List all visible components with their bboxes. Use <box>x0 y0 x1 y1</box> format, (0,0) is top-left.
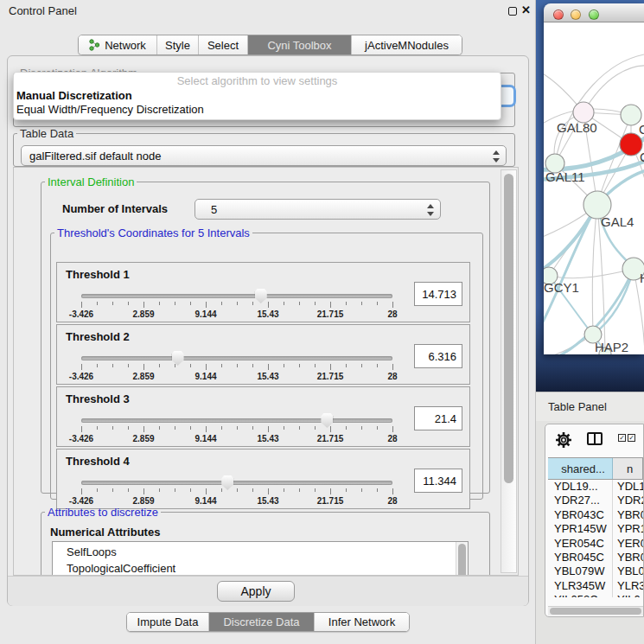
threshold-4-box: Threshold 4-3.4262.8599.14415.4321.71528 <box>56 449 470 509</box>
table-cell: YBL0 <box>613 564 643 578</box>
apply-button[interactable]: Apply <box>217 581 295 602</box>
control-panel-titlebar: Control Panel ✕ <box>0 0 535 21</box>
tab-select[interactable]: Select <box>198 35 247 54</box>
threshold-slider[interactable]: -3.4262.8599.14415.4321.71528 <box>81 411 392 444</box>
number-of-intervals-combobox[interactable]: 5 <box>194 199 441 220</box>
attributes-to-discretize-group: Attributes to discretize Numerical Attri… <box>41 506 490 576</box>
table-panel-title: Table Panel <box>548 400 607 413</box>
slider-track[interactable] <box>81 418 392 423</box>
tab-network[interactable]: Network <box>79 35 156 54</box>
network-node-label: G <box>639 122 644 137</box>
table-row[interactable]: YPR145WYPR1 <box>548 522 643 536</box>
table-row[interactable]: YIL052CYIL0 <box>548 593 643 597</box>
table-row[interactable]: YBR045CYBR0 <box>548 551 643 564</box>
threshold-value-field[interactable] <box>414 469 462 493</box>
thresholds-coordinates-group-label: Threshold's Coordinates for 5 Intervals <box>54 226 252 239</box>
table-cell: YBR043C <box>548 508 613 522</box>
threshold-value-field[interactable] <box>414 344 462 368</box>
threshold-1-box: Threshold 1-3.4262.8599.14415.4321.71528 <box>56 262 470 322</box>
network-node-label: H <box>640 271 644 285</box>
table-horizontal-scrollbar[interactable] <box>548 606 643 615</box>
table-panel-window: ✓ ✓ shared...nYDL19...YDL1YDR27...YDR2YB… <box>545 424 644 617</box>
bottom-tab-bar: Impute DataDiscretize DataInfer Network <box>126 612 410 632</box>
threshold-value-field[interactable] <box>414 282 462 306</box>
threshold-value-field[interactable] <box>414 406 462 430</box>
checkbox-icons[interactable]: ✓ ✓ <box>618 434 635 442</box>
table-data-group-label: Table Data <box>17 127 76 140</box>
network-view-window: GAL80GCGAL11GAL4GCY1HHAP2 <box>544 3 644 354</box>
threshold-slider[interactable]: -3.4262.8599.14415.4321.71528 <box>81 349 392 382</box>
screenshot-root: Control Panel ✕ NetworkStyleSelectCyni T… <box>0 0 644 644</box>
thresholds-coordinates-group: Threshold's Coordinates for 5 Intervals … <box>50 226 483 500</box>
mac-zoom-button[interactable] <box>589 10 599 20</box>
table-row[interactable]: YLR345WYLR3 <box>548 579 643 593</box>
tab-style[interactable]: Style <box>156 35 198 54</box>
tab-label: Cyni Toolbox <box>267 39 331 52</box>
table-cell: YPR145W <box>548 522 613 536</box>
slider-track[interactable] <box>81 294 392 298</box>
table-column-header[interactable]: shared... <box>548 458 613 479</box>
attributes-list-scrollbar[interactable] <box>456 542 468 576</box>
gear-icon[interactable] <box>554 430 573 450</box>
attribute-list-item[interactable]: TopologicalCoefficient <box>67 560 468 576</box>
interval-definition-group-label: Interval Definition <box>45 175 137 188</box>
combobox-stepper-icon <box>493 150 500 163</box>
table-cell: YBL079W <box>548 564 613 578</box>
checkbox-icon: ✓ <box>618 434 626 442</box>
network-node-label: GAL11 <box>545 169 585 184</box>
table-cell: YBR0 <box>613 508 643 522</box>
interval-definition-group: Interval Definition Number of Intervals … <box>41 175 490 494</box>
table-row[interactable]: YBL079WYBL0 <box>548 564 643 578</box>
attribute-list-item[interactable]: SelfLoops <box>67 544 468 560</box>
threshold-label: Threshold 4 <box>66 455 130 468</box>
tab-infer-network[interactable]: Infer Network <box>314 613 409 631</box>
tab-cyni-toolbox[interactable]: Cyni Toolbox <box>247 35 351 54</box>
numerical-attributes-list: SelfLoopsTopologicalCoefficientBetweenne… <box>52 541 469 576</box>
network-desktop: GAL80GCGAL11GAL4GCY1HHAP2 <box>536 0 644 392</box>
slider-track[interactable] <box>81 356 392 360</box>
tab-label: Discretize Data <box>223 615 299 628</box>
slider-track[interactable] <box>81 481 392 485</box>
mac-minimize-button[interactable] <box>571 10 581 20</box>
tab-label: Select <box>207 39 239 52</box>
table-row[interactable]: YDR27...YDR2 <box>548 494 643 507</box>
tab-jactivemnodules[interactable]: jActiveMNodules <box>351 35 462 54</box>
split-columns-icon[interactable] <box>587 432 603 445</box>
settings-scrollpane: Interval Definition Number of Intervals … <box>13 167 519 576</box>
table-row[interactable]: YBR043CYBR0 <box>548 508 643 522</box>
slider-tick-labels: -3.4262.8599.14415.4321.71528 <box>81 434 392 444</box>
table-row[interactable]: YDL19...YDL1 <box>548 480 643 494</box>
table-data-combobox[interactable]: galFiltered.sif default node <box>21 145 507 166</box>
table-column-header[interactable]: n <box>613 458 643 479</box>
table-cell: YDR2 <box>613 494 643 507</box>
tab-label: Impute Data <box>137 615 199 628</box>
threshold-slider[interactable]: -3.4262.8599.14415.4321.71528 <box>81 287 392 320</box>
threshold-label: Threshold 3 <box>66 392 130 405</box>
tab-impute-data[interactable]: Impute Data <box>127 613 208 631</box>
table-row[interactable]: YER054CYER0 <box>548 537 643 551</box>
threshold-3-box: Threshold 3-3.4262.8599.14415.4321.71528 <box>56 386 470 447</box>
popup-option-equal-width-frequency[interactable]: Equal Width/Frequency Discretization <box>14 102 501 116</box>
control-panel-body: Discretization Algorithm Select algorith… <box>7 55 529 606</box>
table-cell: YIL0 <box>613 593 643 597</box>
control-panel-window: Control Panel ✕ NetworkStyleSelectCyni T… <box>0 0 536 644</box>
slider-ticks <box>81 426 392 433</box>
tab-label: Network <box>105 39 146 52</box>
tab-discretize-data[interactable]: Discretize Data <box>208 613 314 631</box>
network-node-label: C <box>640 150 644 164</box>
table-data-group: Table Data galFiltered.sif default node <box>13 127 515 167</box>
numerical-attributes-label: Numerical Attributes <box>50 526 160 539</box>
control-panel-title: Control Panel <box>9 4 77 17</box>
slider-ticks <box>81 488 392 495</box>
close-icon[interactable]: ✕ <box>521 3 531 16</box>
threshold-slider[interactable]: -3.4262.8599.14415.4321.71528 <box>81 474 392 507</box>
network-window-titlebar <box>544 3 644 22</box>
tab-label: jActiveMNodules <box>365 39 449 52</box>
settings-vertical-scrollbar[interactable] <box>501 169 517 573</box>
table-cell: YIL052C <box>548 593 613 597</box>
network-canvas[interactable]: GAL80GCGAL11GAL4GCY1HHAP2 <box>544 22 644 354</box>
mac-close-button[interactable] <box>553 10 564 20</box>
popup-option-manual-discretization[interactable]: Manual Discretization <box>14 88 501 102</box>
table-cell: YPR1 <box>613 522 643 536</box>
float-window-icon[interactable] <box>508 7 517 16</box>
